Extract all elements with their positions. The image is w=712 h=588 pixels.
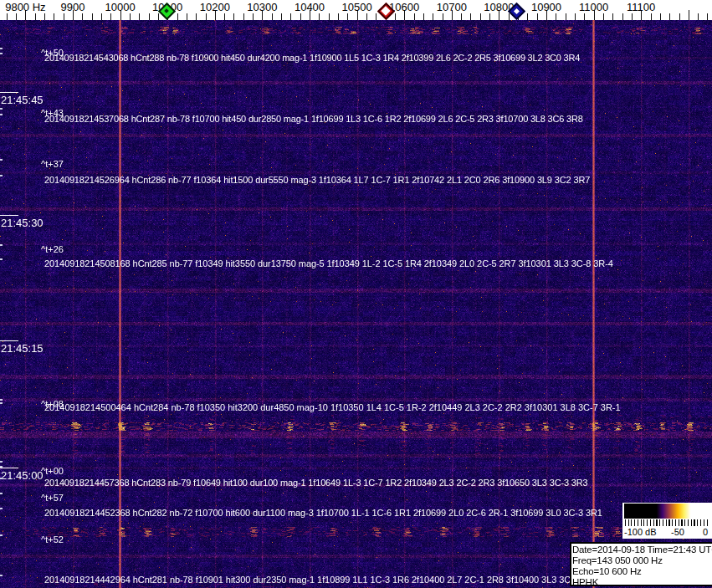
time-tick-rule bbox=[0, 92, 18, 93]
ruler-tick bbox=[7, 13, 8, 20]
db-scale-ticks bbox=[625, 519, 709, 526]
edge-tick bbox=[0, 114, 3, 115]
ruler-tick bbox=[376, 13, 376, 20]
ruler-tick bbox=[632, 13, 633, 20]
ruler-tick bbox=[101, 13, 102, 20]
freq-label: 10900 bbox=[531, 1, 561, 13]
ruler-tick bbox=[423, 13, 424, 20]
time-tick-rule bbox=[0, 215, 18, 216]
freq-label: 9900 bbox=[61, 1, 85, 13]
ruler-tick bbox=[527, 13, 528, 20]
detection-text: 20140918214526964 hCnt286 nb-77 f10364 h… bbox=[44, 175, 590, 185]
info-echo-line: Echo=10 600 Hz bbox=[572, 566, 642, 576]
ruler-tick bbox=[698, 13, 699, 20]
detection-tag: ^t+00 bbox=[41, 466, 64, 476]
edge-tick bbox=[0, 159, 3, 161]
ruler-tick bbox=[196, 13, 197, 20]
edge-tick bbox=[0, 244, 3, 246]
freq-label: 10700 bbox=[437, 1, 467, 13]
edge-tick bbox=[0, 508, 3, 509]
detection-text: 20140918214500464 hCnt284 nb-78 f10350 h… bbox=[44, 402, 621, 412]
ruler-tick bbox=[64, 13, 64, 20]
db-label-max: 0 bbox=[703, 527, 708, 537]
ruler-tick bbox=[461, 13, 462, 20]
time-label: 21:45:00 bbox=[1, 469, 44, 482]
edge-tick bbox=[0, 258, 3, 260]
detection-tag: ^t+52 bbox=[41, 534, 64, 545]
time-label: 21:45:45 bbox=[1, 94, 44, 106]
ruler-tick bbox=[243, 13, 244, 20]
ruler-tick bbox=[253, 13, 254, 20]
ruler-tick bbox=[366, 13, 367, 20]
detection-text: 20140918214543068 hCnt288 nb-78 f10900 h… bbox=[44, 53, 580, 63]
ruler-tick bbox=[566, 13, 566, 20]
time-label: 21:45:30 bbox=[1, 217, 44, 229]
info-freq-line: Freq=143 050 000 Hz bbox=[572, 555, 663, 565]
freq-label: 9800 Hz bbox=[5, 1, 45, 13]
detection-text: 20140918214442964 hCnt281 nb-78 f10901 h… bbox=[44, 575, 571, 585]
ruler-tick bbox=[92, 13, 93, 20]
ruler-tick bbox=[272, 13, 273, 20]
ruler-tick bbox=[612, 13, 613, 20]
ruler-tick bbox=[443, 13, 443, 20]
ruler-tick bbox=[177, 13, 178, 20]
time-label: 21:45:15 bbox=[1, 342, 44, 355]
time-tick-rule bbox=[0, 340, 18, 341]
ruler-tick bbox=[556, 13, 556, 20]
ruler-tick bbox=[660, 13, 661, 20]
edge-tick bbox=[0, 402, 3, 404]
detection-tag: ^t+37 bbox=[41, 159, 64, 169]
ruler-tick bbox=[224, 13, 225, 20]
ruler-tick bbox=[206, 13, 207, 20]
freq-label: 10000 bbox=[105, 1, 136, 13]
spectrum-lab-window: 9800 Hz990010000101001020010300104001050… bbox=[0, 0, 712, 588]
ruler-tick bbox=[707, 13, 708, 20]
info-date-line: Date=2014-09-18 Time=21:43 UTC bbox=[572, 545, 712, 555]
ruler-tick bbox=[395, 13, 396, 20]
ruler-tick bbox=[110, 13, 111, 20]
ruler-tick bbox=[130, 13, 131, 20]
freq-label: 10200 bbox=[200, 1, 230, 13]
detection-tag: ^t+26 bbox=[41, 244, 64, 254]
freq-label: 11000 bbox=[579, 1, 608, 13]
ruler-tick bbox=[35, 13, 36, 20]
ruler-tick bbox=[187, 13, 187, 20]
ruler-tick bbox=[158, 13, 159, 20]
spectrogram-canvas bbox=[0, 20, 712, 588]
ruler-tick bbox=[669, 13, 670, 20]
freq-label: 11100 bbox=[627, 1, 655, 13]
ruler-tick bbox=[603, 13, 604, 20]
detection-text: 20140918214508168 hCnt285 nb-77 f10349 h… bbox=[44, 258, 613, 268]
ruler-tick bbox=[290, 13, 291, 20]
edge-tick bbox=[0, 534, 3, 536]
detection-text: 20140918214457368 hCnt283 nb-79 f10649 h… bbox=[44, 478, 588, 488]
ruler-tick bbox=[679, 13, 680, 20]
ruler-tick bbox=[16, 13, 17, 20]
frequency-ruler: 9800 Hz990010000101001020010300104001050… bbox=[0, 0, 712, 20]
ruler-tick bbox=[300, 13, 301, 20]
ruler-tick bbox=[575, 13, 576, 20]
edge-tick bbox=[0, 399, 3, 401]
edge-tick bbox=[0, 108, 3, 110]
edge-tick bbox=[0, 175, 3, 176]
ruler-tick bbox=[470, 13, 471, 20]
ruler-tick bbox=[622, 13, 623, 20]
ruler-tick bbox=[489, 13, 490, 20]
info-box: Date=2014-09-18 Time=21:43 UTC Freq=143 … bbox=[570, 542, 712, 586]
ruler-tick bbox=[347, 13, 348, 20]
info-station-line: HPHK bbox=[572, 577, 598, 587]
db-label-mid: -50 bbox=[671, 527, 684, 537]
freq-label: 10500 bbox=[342, 1, 372, 13]
detection-text: 20140918214452368 hCnt282 nb-72 f10700 h… bbox=[44, 508, 602, 518]
freq-label: 10300 bbox=[247, 1, 277, 13]
ruler-tick bbox=[233, 13, 234, 20]
db-label-min: -100 dB bbox=[624, 527, 657, 537]
edge-tick bbox=[0, 575, 3, 576]
ruler-tick bbox=[433, 13, 433, 20]
ruler-tick bbox=[584, 13, 585, 20]
ruler-tick bbox=[480, 13, 481, 20]
detection-text: 20140918214537068 hCnt287 nb-78 f10700 h… bbox=[44, 114, 583, 124]
ruler-tick bbox=[54, 13, 54, 20]
ruler-tick bbox=[509, 13, 510, 20]
ruler-tick bbox=[689, 10, 689, 20]
